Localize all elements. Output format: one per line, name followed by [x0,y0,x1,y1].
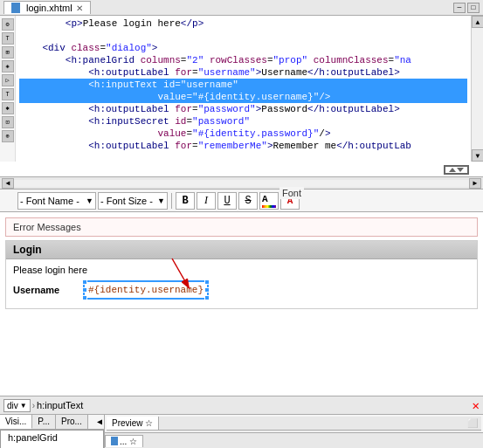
strikethrough-button[interactable]: S [238,192,258,210]
scroll-position-indicator[interactable] [444,165,469,175]
scroll-down-button[interactable]: ▼ [472,149,483,162]
resize-handle-tl[interactable] [82,279,87,285]
breadcrumb-close-button[interactable]: ✕ [473,398,480,413]
preview-tab[interactable]: Preview ☆ [107,417,159,430]
gutter-icon-1: ⚙ [2,18,14,31]
font-name-label: - Font Name - [20,196,84,206]
page-tab[interactable]: P... [32,415,56,429]
text-color-indicator: A [262,194,276,208]
login-content: Please login here Username #{identity.us… [6,259,477,308]
bold-button[interactable]: B [176,192,195,210]
horizontal-scrollbar[interactable]: ◀ ▶ [0,177,483,190]
div-breadcrumb-button[interactable]: div ▼ [3,399,31,412]
resize-handle-tr[interactable] [204,279,210,285]
gutter-icon-3: ⊞ [2,46,14,59]
gutter-icon-9: ⊕ [2,130,14,142]
breadcrumb-bar: div ▼ › h:inputText ✕ [0,396,483,415]
preview-tab-file-icon [111,437,118,445]
font-section-label: Font [279,187,304,199]
breadcrumb-separator: › [32,401,35,410]
properties-tabs: Preview ☆ ⬜ [107,417,481,431]
panel-tab-bar: Visi... P... Pro... ◀ [0,415,104,430]
login-subtitle: Please login here [13,265,470,275]
resize-handle-mr[interactable] [204,287,210,293]
editor-tab-label: login.xhtml [26,3,72,13]
editor-tab[interactable]: login.xhtml ✕ [3,1,91,14]
panel-nav-button[interactable]: ◀ [95,415,104,429]
visual-tab[interactable]: Visi... [0,415,32,429]
error-messages-box: Error Messages [5,217,478,237]
bottom-panel: Visi... P... Pro... ◀ h:panelGrid h:outp… [0,415,483,448]
gutter-icon-8: ⊡ [2,116,14,128]
underline-button[interactable]: U [217,192,237,210]
scroll-left-button[interactable]: ◀ [2,178,14,189]
file-icon [11,3,20,13]
preview-tab-label: Preview ☆ [112,418,153,428]
error-messages-label: Error Messages [13,222,81,232]
gutter-icon-2: T [2,32,14,45]
gutter-icon-4: ◈ [2,60,14,72]
left-panel: Visi... P... Pro... ◀ h:panelGrid h:outp… [0,415,105,448]
scroll-right-button[interactable]: ▶ [469,178,481,189]
vertical-scrollbar[interactable]: ▲ ▼ [471,16,483,162]
font-size-dropdown-icon: ▼ [157,196,165,205]
h-scroll-track[interactable] [14,180,469,187]
preview-section: Error Messages Login Please login here U… [0,212,483,396]
color-a-label: A [262,194,276,204]
resize-handle-bl[interactable] [82,295,87,300]
code-line-highlighted: <h:inputText id="username" [19,79,467,91]
italic-button[interactable]: I [197,192,216,210]
maximize-button[interactable]: □ [467,3,480,13]
arrow-box [444,165,469,175]
code-line [19,30,467,42]
code-line: <h:inputSecret id="password" [19,115,467,128]
preview-bottom-tab-label: ... ☆ [120,437,137,446]
dropdown-item-outputlabel-1[interactable]: h:outputLabel [1,445,103,448]
properties-small-tab[interactable]: Pro... [56,415,88,429]
div-label: div [7,401,18,410]
minimize-button[interactable]: ─ [453,3,466,13]
resize-handle-br[interactable] [204,295,210,300]
username-row: Username #{identity.username} [13,280,470,300]
bottom-preview-tabs: ... ☆ [105,432,483,448]
code-line-highlighted-2: value="#{identity.username}"/> [19,91,467,103]
username-input-preview[interactable]: #{identity.username} [83,280,209,300]
code-line: value="#{identity.password}"/> [19,128,467,140]
properties-icon-btn[interactable]: ⬜ [464,417,481,430]
code-area[interactable]: <p>Please login here</p> <div class="dia… [16,16,471,162]
arrow-up-icon [449,168,456,172]
gutter-icon-5: ▷ [2,74,14,86]
breadcrumb-h-inputtext: h:inputText [37,400,83,410]
login-title: Login [6,241,477,259]
font-size-label: - Font Size - [100,196,155,206]
editor-tab-bar: login.xhtml ✕ ─ □ [0,0,483,16]
code-line: <h:panelGrid columns="2" rowClasses="pro… [19,54,467,66]
arrow-down-icon [457,168,464,172]
resize-handle-ml[interactable] [82,287,87,293]
gutter-icon-7: ✱ [2,102,14,114]
breadcrumb-dropdown-menu[interactable]: h:panelGrid h:outputLabel h:inputText h:… [0,430,104,448]
breadcrumb-div-arrow: ▼ [20,402,27,410]
dropdown-item-panelgrid[interactable]: h:panelGrid [1,431,103,445]
formatting-toolbar: - Font Name - ▼ - Font Size - ▼ B I U S … [0,190,483,212]
code-line: <h:outputLabel for="password">Password</… [19,103,467,115]
scroll-up-button[interactable]: ▲ [472,16,483,28]
text-color-button[interactable]: A [259,192,279,210]
code-line: <p>Please login here</p> [19,17,467,30]
window-controls: ─ □ [453,3,480,13]
username-value: #{identity.username} [88,285,204,295]
font-size-select[interactable]: - Font Size - ▼ [98,192,168,210]
tab-close-icon[interactable]: ✕ [76,3,83,13]
code-editor: ⚙ T ⊞ ◈ ▷ T ✱ ⊡ ⊕ <p>Please login here</… [0,16,483,177]
login-panel: Login Please login here Username #{ident… [5,240,478,309]
editor-gutter: ⚙ T ⊞ ◈ ▷ T ✱ ⊡ ⊕ [0,16,16,162]
code-line: <h:outputLabel for="username">Username</… [19,66,467,79]
preview-bottom-tab[interactable]: ... ☆ [105,435,143,447]
code-line: <div class="dialog"> [19,42,467,54]
color-bar [262,205,276,208]
scroll-track[interactable] [472,28,483,149]
font-name-select[interactable]: - Font Name - ▼ [17,192,96,210]
gutter-icon-6: T [2,88,14,100]
preview-container: Error Messages Login Please login here U… [0,212,483,396]
breadcrumb-div: div ▼ › h:inputText [3,399,83,412]
